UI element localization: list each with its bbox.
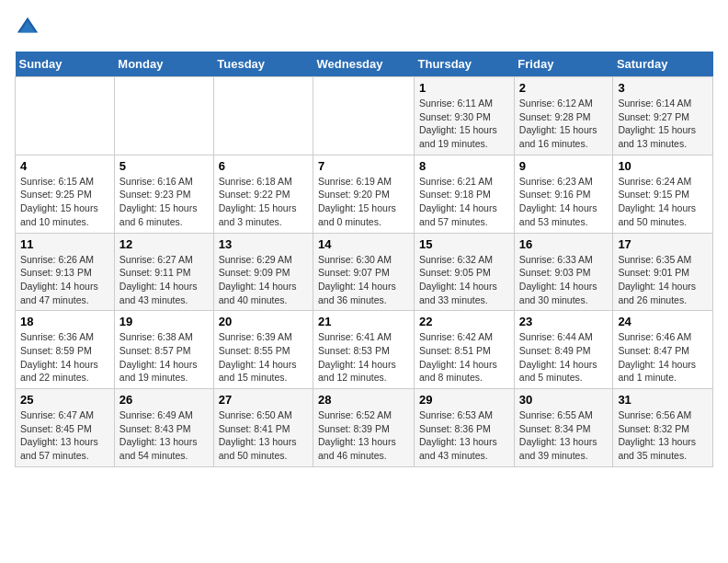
day-number: 28 bbox=[318, 393, 409, 407]
calendar-header: SundayMondayTuesdayWednesdayThursdayFrid… bbox=[16, 52, 713, 77]
day-info: Sunrise: 6:50 AM Sunset: 8:41 PM Dayligh… bbox=[219, 408, 308, 463]
calendar-body: 1Sunrise: 6:11 AM Sunset: 9:30 PM Daylig… bbox=[16, 77, 713, 467]
calendar-week-row: 11Sunrise: 6:26 AM Sunset: 9:13 PM Dayli… bbox=[16, 233, 713, 311]
day-info: Sunrise: 6:56 AM Sunset: 8:32 PM Dayligh… bbox=[618, 408, 708, 463]
day-number: 10 bbox=[618, 159, 708, 173]
day-number: 24 bbox=[618, 315, 708, 328]
day-number: 6 bbox=[219, 159, 308, 173]
calendar-cell: 15Sunrise: 6:32 AM Sunset: 9:05 PM Dayli… bbox=[415, 233, 515, 311]
day-info: Sunrise: 6:11 AM Sunset: 9:30 PM Dayligh… bbox=[419, 97, 509, 151]
day-info: Sunrise: 6:41 AM Sunset: 8:53 PM Dayligh… bbox=[318, 330, 409, 385]
calendar-cell: 23Sunrise: 6:44 AM Sunset: 8:49 PM Dayli… bbox=[514, 311, 613, 389]
calendar-week-row: 4Sunrise: 6:15 AM Sunset: 9:25 PM Daylig… bbox=[16, 155, 713, 233]
calendar-cell bbox=[114, 77, 213, 155]
day-number: 31 bbox=[618, 393, 708, 407]
day-number: 15 bbox=[419, 237, 509, 251]
day-info: Sunrise: 6:26 AM Sunset: 9:13 PM Dayligh… bbox=[20, 253, 109, 307]
weekday-header: Thursday bbox=[415, 52, 515, 77]
weekday-header: Wednesday bbox=[313, 52, 415, 77]
day-info: Sunrise: 6:36 AM Sunset: 8:59 PM Dayligh… bbox=[20, 330, 109, 385]
calendar-cell: 16Sunrise: 6:33 AM Sunset: 9:03 PM Dayli… bbox=[514, 233, 613, 311]
calendar-week-row: 18Sunrise: 6:36 AM Sunset: 8:59 PM Dayli… bbox=[16, 311, 713, 389]
logo bbox=[15, 15, 44, 40]
calendar-cell: 18Sunrise: 6:36 AM Sunset: 8:59 PM Dayli… bbox=[16, 311, 115, 389]
calendar-cell: 1Sunrise: 6:11 AM Sunset: 9:30 PM Daylig… bbox=[415, 77, 515, 155]
calendar-cell: 12Sunrise: 6:27 AM Sunset: 9:11 PM Dayli… bbox=[114, 233, 213, 311]
day-info: Sunrise: 6:44 AM Sunset: 8:49 PM Dayligh… bbox=[519, 330, 609, 385]
day-info: Sunrise: 6:21 AM Sunset: 9:18 PM Dayligh… bbox=[419, 175, 509, 229]
day-number: 23 bbox=[519, 315, 609, 328]
calendar-cell bbox=[213, 77, 313, 155]
calendar-cell: 19Sunrise: 6:38 AM Sunset: 8:57 PM Dayli… bbox=[114, 311, 213, 389]
day-number: 25 bbox=[20, 393, 109, 407]
day-number: 27 bbox=[219, 393, 308, 407]
calendar-cell bbox=[313, 77, 415, 155]
day-info: Sunrise: 6:23 AM Sunset: 9:16 PM Dayligh… bbox=[519, 175, 609, 229]
calendar-cell: 26Sunrise: 6:49 AM Sunset: 8:43 PM Dayli… bbox=[114, 389, 213, 467]
day-info: Sunrise: 6:49 AM Sunset: 8:43 PM Dayligh… bbox=[119, 408, 209, 463]
day-number: 30 bbox=[519, 393, 609, 407]
day-info: Sunrise: 6:35 AM Sunset: 9:01 PM Dayligh… bbox=[618, 253, 708, 307]
day-number: 11 bbox=[20, 237, 109, 251]
day-number: 26 bbox=[119, 393, 209, 407]
logo-icon bbox=[15, 15, 40, 40]
calendar-cell: 11Sunrise: 6:26 AM Sunset: 9:13 PM Dayli… bbox=[16, 233, 115, 311]
calendar-cell: 27Sunrise: 6:50 AM Sunset: 8:41 PM Dayli… bbox=[213, 389, 313, 467]
calendar-cell: 31Sunrise: 6:56 AM Sunset: 8:32 PM Dayli… bbox=[613, 389, 713, 467]
day-info: Sunrise: 6:15 AM Sunset: 9:25 PM Dayligh… bbox=[20, 175, 109, 229]
day-number: 1 bbox=[419, 81, 509, 95]
calendar-table: SundayMondayTuesdayWednesdayThursdayFrid… bbox=[15, 52, 713, 467]
day-number: 12 bbox=[119, 237, 209, 251]
calendar-cell: 20Sunrise: 6:39 AM Sunset: 8:55 PM Dayli… bbox=[213, 311, 313, 389]
day-info: Sunrise: 6:12 AM Sunset: 9:28 PM Dayligh… bbox=[519, 97, 609, 151]
day-number: 21 bbox=[318, 315, 409, 328]
day-info: Sunrise: 6:47 AM Sunset: 8:45 PM Dayligh… bbox=[20, 408, 109, 463]
day-number: 2 bbox=[519, 81, 609, 95]
calendar-week-row: 25Sunrise: 6:47 AM Sunset: 8:45 PM Dayli… bbox=[16, 389, 713, 467]
day-number: 29 bbox=[419, 393, 509, 407]
day-number: 7 bbox=[318, 159, 409, 173]
weekday-header: Sunday bbox=[16, 52, 115, 77]
calendar-cell: 29Sunrise: 6:53 AM Sunset: 8:36 PM Dayli… bbox=[415, 389, 515, 467]
day-number: 17 bbox=[618, 237, 708, 251]
weekday-header: Friday bbox=[514, 52, 613, 77]
calendar-cell: 13Sunrise: 6:29 AM Sunset: 9:09 PM Dayli… bbox=[213, 233, 313, 311]
day-info: Sunrise: 6:46 AM Sunset: 8:47 PM Dayligh… bbox=[618, 330, 708, 385]
calendar-cell: 8Sunrise: 6:21 AM Sunset: 9:18 PM Daylig… bbox=[415, 155, 515, 233]
day-number: 18 bbox=[20, 315, 109, 328]
calendar-cell: 3Sunrise: 6:14 AM Sunset: 9:27 PM Daylig… bbox=[613, 77, 713, 155]
day-number: 14 bbox=[318, 237, 409, 251]
day-number: 13 bbox=[219, 237, 308, 251]
calendar-cell: 22Sunrise: 6:42 AM Sunset: 8:51 PM Dayli… bbox=[415, 311, 515, 389]
calendar-cell: 4Sunrise: 6:15 AM Sunset: 9:25 PM Daylig… bbox=[16, 155, 115, 233]
day-info: Sunrise: 6:27 AM Sunset: 9:11 PM Dayligh… bbox=[119, 253, 209, 307]
day-info: Sunrise: 6:30 AM Sunset: 9:07 PM Dayligh… bbox=[318, 253, 409, 307]
day-info: Sunrise: 6:53 AM Sunset: 8:36 PM Dayligh… bbox=[419, 408, 509, 463]
day-info: Sunrise: 6:29 AM Sunset: 9:09 PM Dayligh… bbox=[219, 253, 308, 307]
calendar-week-row: 1Sunrise: 6:11 AM Sunset: 9:30 PM Daylig… bbox=[16, 77, 713, 155]
day-number: 3 bbox=[618, 81, 708, 95]
weekday-header: Monday bbox=[114, 52, 213, 77]
day-number: 8 bbox=[419, 159, 509, 173]
calendar-cell: 14Sunrise: 6:30 AM Sunset: 9:07 PM Dayli… bbox=[313, 233, 415, 311]
day-info: Sunrise: 6:38 AM Sunset: 8:57 PM Dayligh… bbox=[119, 330, 209, 385]
calendar-cell: 30Sunrise: 6:55 AM Sunset: 8:34 PM Dayli… bbox=[514, 389, 613, 467]
calendar-cell: 2Sunrise: 6:12 AM Sunset: 9:28 PM Daylig… bbox=[514, 77, 613, 155]
day-number: 9 bbox=[519, 159, 609, 173]
calendar-cell: 7Sunrise: 6:19 AM Sunset: 9:20 PM Daylig… bbox=[313, 155, 415, 233]
day-info: Sunrise: 6:52 AM Sunset: 8:39 PM Dayligh… bbox=[318, 408, 409, 463]
day-info: Sunrise: 6:18 AM Sunset: 9:22 PM Dayligh… bbox=[219, 175, 308, 229]
calendar-cell: 25Sunrise: 6:47 AM Sunset: 8:45 PM Dayli… bbox=[16, 389, 115, 467]
day-number: 19 bbox=[119, 315, 209, 328]
calendar-cell: 10Sunrise: 6:24 AM Sunset: 9:15 PM Dayli… bbox=[613, 155, 713, 233]
day-info: Sunrise: 6:42 AM Sunset: 8:51 PM Dayligh… bbox=[419, 330, 509, 385]
calendar-cell: 24Sunrise: 6:46 AM Sunset: 8:47 PM Dayli… bbox=[613, 311, 713, 389]
day-info: Sunrise: 6:33 AM Sunset: 9:03 PM Dayligh… bbox=[519, 253, 609, 307]
calendar-cell bbox=[16, 77, 115, 155]
day-number: 20 bbox=[219, 315, 308, 328]
day-number: 16 bbox=[519, 237, 609, 251]
calendar-cell: 21Sunrise: 6:41 AM Sunset: 8:53 PM Dayli… bbox=[313, 311, 415, 389]
weekday-header: Tuesday bbox=[213, 52, 313, 77]
day-info: Sunrise: 6:55 AM Sunset: 8:34 PM Dayligh… bbox=[519, 408, 609, 463]
calendar-cell: 6Sunrise: 6:18 AM Sunset: 9:22 PM Daylig… bbox=[213, 155, 313, 233]
